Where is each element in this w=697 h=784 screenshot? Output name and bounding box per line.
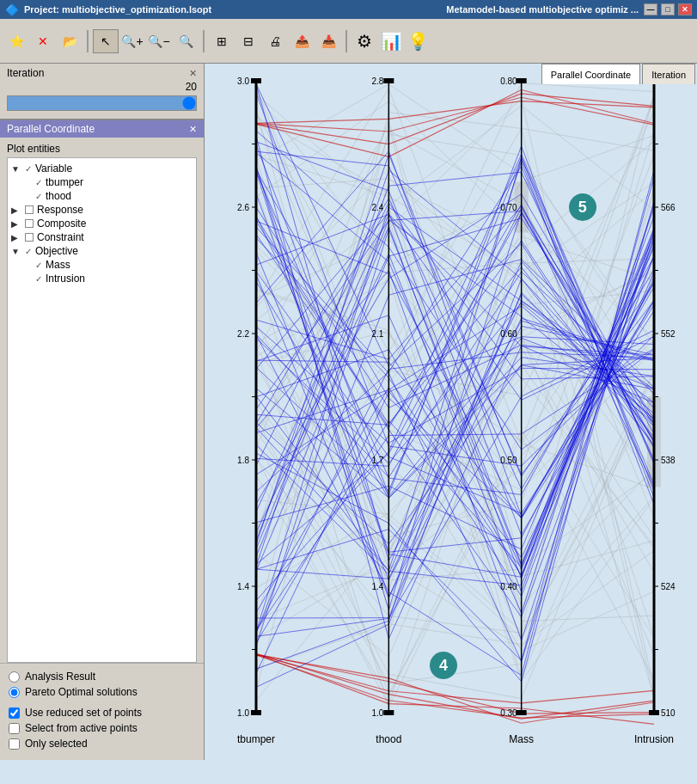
tree-item-intrusion[interactable]: ✓ Intrusion xyxy=(11,272,193,285)
analysis-result-label[interactable]: Analysis Result xyxy=(25,671,95,683)
info-btn[interactable]: 💡 xyxy=(405,29,431,53)
pc-panel-header: Parallel Coordinate ✕ xyxy=(0,120,204,138)
title-bar: 🔷 Project: multiobjective_optimization.l… xyxy=(0,0,697,19)
toolbar: ⭐ ✕ 📂 ↖ 🔍+ 🔍− 🔍 ⊞ ⊟ 🖨 📤 📥 ⚙ 📊 💡 Parallel… xyxy=(0,19,697,64)
only-selected-option[interactable]: Only selected xyxy=(9,738,195,750)
expand-response-icon[interactable]: ▶ xyxy=(11,205,21,215)
select-active-option[interactable]: Select from active points xyxy=(9,722,195,734)
minimize-btn[interactable]: — xyxy=(644,3,657,15)
pointer-btn[interactable]: ↖ xyxy=(93,29,119,53)
pareto-optimal-label[interactable]: Pareto Optimal solutions xyxy=(25,686,138,698)
import-btn[interactable]: 📥 xyxy=(315,29,341,53)
iteration-close-btn[interactable]: ✕ xyxy=(189,68,197,79)
favorites-btn[interactable]: ⭐ xyxy=(3,29,29,53)
tree-item-variable[interactable]: ▼ ✓ Variable xyxy=(11,162,193,175)
tree-label-tbumper: tbumper xyxy=(46,176,83,188)
settings-btn[interactable]: ⚙ xyxy=(352,29,377,53)
project-title: Project: multiobjective_optimization.lso… xyxy=(24,4,211,15)
tree-item-mass[interactable]: ✓ Mass xyxy=(11,258,193,272)
tree-item-constraint[interactable]: ▶ Constraint xyxy=(11,230,193,244)
tree-label-constraint: Constraint xyxy=(37,231,84,243)
expand-constraint-icon[interactable]: ▶ xyxy=(11,233,21,242)
badge-5: 5 xyxy=(569,193,596,221)
main-layout: Iteration ✕ 20 Parallel Coordinate ✕ Plo… xyxy=(0,64,697,760)
fit-btn[interactable]: ⊟ xyxy=(235,29,261,53)
tree-item-tbumper[interactable]: ✓ tbumper xyxy=(11,175,193,189)
toolbar-section-2: ↖ 🔍+ 🔍− 🔍 xyxy=(93,29,199,53)
check-objective-icon[interactable]: ✓ xyxy=(25,247,32,256)
use-reduced-checkbox[interactable] xyxy=(9,707,20,719)
toolbar-section-4: ⚙ 📊 💡 xyxy=(352,29,431,53)
pc-panel: Parallel Coordinate ✕ Plot entities ▼ ✓ … xyxy=(0,120,204,760)
iteration-slider[interactable] xyxy=(7,95,197,111)
grid-btn[interactable]: ⊞ xyxy=(209,29,235,53)
check-thood-icon[interactable]: ✓ xyxy=(35,192,42,201)
pc-panel-title: Parallel Coordinate xyxy=(7,123,95,135)
toolbar-section-3: ⊞ ⊟ 🖨 📤 📥 xyxy=(209,29,341,53)
analysis-result-option[interactable]: Analysis Result xyxy=(9,671,195,683)
select-active-label[interactable]: Select from active points xyxy=(25,722,138,734)
window-title: Metamodel-based multiobjective optimiz .… xyxy=(446,4,639,15)
select-active-checkbox[interactable] xyxy=(9,723,20,734)
analysis-result-radio[interactable] xyxy=(9,671,20,683)
iteration-label: Iteration xyxy=(7,67,44,79)
expand-composite-icon[interactable]: ▶ xyxy=(11,219,21,229)
print-btn[interactable]: 🖨 xyxy=(262,29,288,53)
close-btn[interactable]: ✕ xyxy=(678,3,692,15)
sep3 xyxy=(345,30,347,52)
pareto-optimal-radio[interactable] xyxy=(9,687,20,698)
chart-btn[interactable]: 📊 xyxy=(378,29,404,53)
sep1 xyxy=(87,30,89,52)
iteration-value: 20 xyxy=(7,81,197,93)
tree-item-response[interactable]: ▶ Response xyxy=(11,203,193,217)
options-section: Analysis Result Pareto Optimal solutions… xyxy=(0,663,204,760)
plot-entities-label: Plot entities xyxy=(0,138,204,157)
tree-item-composite[interactable]: ▶ Composite xyxy=(11,217,193,230)
expand-objective-icon[interactable]: ▼ xyxy=(11,247,21,256)
tab-iteration[interactable]: Iteration xyxy=(642,64,695,84)
tree-label-mass: Mass xyxy=(46,259,70,271)
tree-label-intrusion: Intrusion xyxy=(46,273,85,285)
tree-label-response: Response xyxy=(37,204,83,216)
tree-label-variable: Variable xyxy=(35,162,72,175)
tree-label-objective: Objective xyxy=(35,245,78,257)
zoom-in-btn[interactable]: 🔍+ xyxy=(119,29,145,53)
close-btn2[interactable]: ✕ xyxy=(30,29,56,53)
pc-panel-close-btn[interactable]: ✕ xyxy=(189,124,197,135)
left-panel: Iteration ✕ 20 Parallel Coordinate ✕ Plo… xyxy=(0,64,205,760)
toolbar-section-1: ⭐ ✕ 📂 xyxy=(3,29,83,53)
check-tbumper-icon[interactable]: ✓ xyxy=(35,178,42,187)
window-controls[interactable]: — □ ✕ xyxy=(644,3,692,15)
tab-parallel-coordinate[interactable]: Parallel Coordinate xyxy=(541,64,641,84)
maximize-btn[interactable]: □ xyxy=(661,3,675,15)
only-selected-label[interactable]: Only selected xyxy=(25,738,88,750)
open-btn[interactable]: 📂 xyxy=(57,29,83,53)
iteration-section: Iteration ✕ 20 xyxy=(0,64,204,120)
tree-item-thood[interactable]: ✓ thood xyxy=(11,189,193,203)
tree-label-composite: Composite xyxy=(37,217,86,230)
viz-area: 4 5 xyxy=(205,64,697,760)
check-mass-icon[interactable]: ✓ xyxy=(35,260,42,270)
tree-label-thood: thood xyxy=(46,190,71,202)
use-reduced-label[interactable]: Use reduced set of points xyxy=(25,707,142,719)
app-icon: 🔷 xyxy=(5,3,19,16)
zoom-reset-btn[interactable]: 🔍 xyxy=(173,29,199,53)
sep2 xyxy=(203,30,205,52)
check-variable-icon[interactable]: ✓ xyxy=(25,164,32,174)
expand-variable-icon[interactable]: ▼ xyxy=(11,164,21,174)
use-reduced-option[interactable]: Use reduced set of points xyxy=(9,707,195,719)
check-composite-icon[interactable] xyxy=(25,219,34,228)
check-response-icon[interactable] xyxy=(25,205,34,214)
only-selected-checkbox[interactable] xyxy=(9,738,20,750)
pareto-optimal-option[interactable]: Pareto Optimal solutions xyxy=(9,686,195,698)
zoom-out-btn[interactable]: 🔍− xyxy=(146,29,172,53)
tree-item-objective[interactable]: ▼ ✓ Objective xyxy=(11,244,193,258)
check-constraint-icon[interactable] xyxy=(25,233,34,242)
export-btn[interactable]: 📤 xyxy=(289,29,315,53)
title-text: Project: multiobjective_optimization.lso… xyxy=(24,4,639,15)
check-intrusion-icon[interactable]: ✓ xyxy=(35,274,42,284)
entity-tree: ▼ ✓ Variable ✓ tbumper ✓ thood ▶ Respons… xyxy=(7,157,197,663)
